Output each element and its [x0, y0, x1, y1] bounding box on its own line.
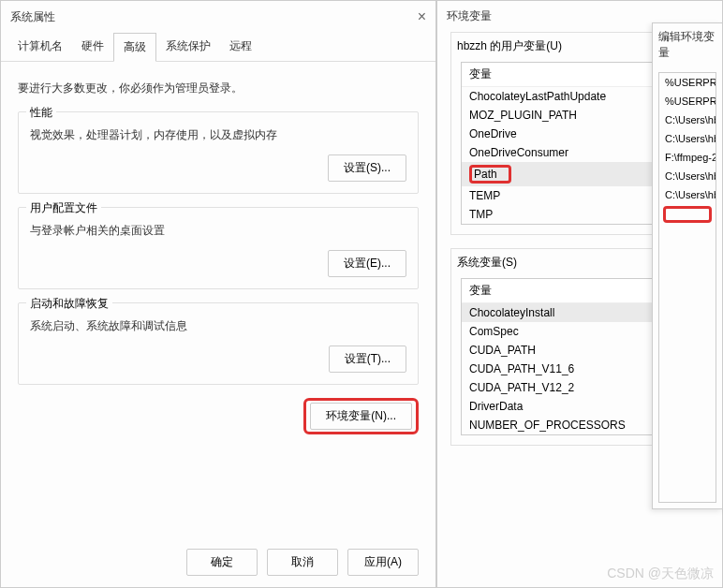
close-icon[interactable]: ×	[418, 8, 426, 25]
tab-content: 要进行大多数更改，你必须作为管理员登录。 性能 视觉效果，处理器计划，内存使用，…	[1, 62, 435, 448]
list-item[interactable]: C:\Users\hbz	[659, 110, 716, 129]
group-desc: 系统启动、系统故障和调试信息	[30, 318, 406, 334]
tab-computer-name[interactable]: 计算机名	[8, 33, 72, 61]
performance-group: 性能 视觉效果，处理器计划，内存使用，以及虚拟内存 设置(S)...	[18, 111, 419, 194]
path-entries-list[interactable]: %USERPROFI%USERPROFIC:\Users\hbzC:\Users…	[658, 72, 716, 503]
titlebar: 系统属性 ×	[1, 1, 435, 33]
highlight-icon: Path	[469, 165, 511, 184]
group-legend: 性能	[26, 105, 56, 121]
admin-note: 要进行大多数更改，你必须作为管理员登录。	[18, 81, 419, 96]
list-item[interactable]: %USERPROFI	[659, 73, 716, 92]
tab-advanced[interactable]: 高级	[113, 33, 156, 62]
apply-button[interactable]: 应用(A)	[347, 549, 419, 576]
list-item[interactable]: C:\Users\hbz	[659, 129, 716, 148]
system-properties-window: 系统属性 × 计算机名 硬件 高级 系统保护 远程 要进行大多数更改，你必须作为…	[0, 0, 436, 588]
performance-settings-button[interactable]: 设置(S)...	[328, 154, 406, 182]
window-title: 编辑环境变量	[658, 29, 716, 61]
startup-settings-button[interactable]: 设置(T)...	[329, 345, 406, 373]
window-title: 系统属性	[10, 9, 55, 25]
edit-environment-variable-window: 编辑环境变量 %USERPROFI%USERPROFIC:\Users\hbzC…	[652, 22, 723, 509]
profile-settings-button[interactable]: 设置(E)...	[328, 250, 406, 277]
highlight-icon: 环境变量(N)...	[303, 398, 419, 434]
dialog-footer: 确定 取消 应用(A)	[186, 549, 419, 576]
ok-button[interactable]: 确定	[186, 549, 258, 576]
window-title: 环境变量	[447, 8, 492, 24]
tab-system-protection[interactable]: 系统保护	[156, 33, 220, 61]
titlebar: 编辑环境变量	[653, 23, 722, 66]
startup-recovery-group: 启动和故障恢复 系统启动、系统故障和调试信息 设置(T)...	[18, 302, 419, 385]
cancel-button[interactable]: 取消	[267, 549, 338, 576]
list-item[interactable]: C:\Users\hbz	[659, 167, 716, 185]
user-profile-group: 用户配置文件 与登录帐户相关的桌面设置 设置(E)...	[18, 207, 419, 289]
tabs: 计算机名 硬件 高级 系统保护 远程	[1, 33, 435, 62]
group-legend: 用户配置文件	[26, 200, 101, 216]
tab-remote[interactable]: 远程	[220, 33, 261, 61]
environment-variables-button[interactable]: 环境变量(N)...	[310, 403, 412, 430]
list-item[interactable]: C:\Users\hbz	[659, 185, 716, 204]
group-desc: 与登录帐户相关的桌面设置	[30, 223, 406, 239]
list-item[interactable]: %USERPROFI	[659, 92, 716, 110]
col-variable[interactable]: 变量	[462, 63, 671, 87]
group-legend: 启动和故障恢复	[26, 296, 112, 312]
highlight-icon	[663, 206, 712, 223]
group-desc: 视觉效果，处理器计划，内存使用，以及虚拟内存	[30, 127, 406, 143]
tab-hardware[interactable]: 硬件	[72, 33, 113, 61]
list-item[interactable]: F:\ffmpeg-20	[659, 148, 716, 167]
col-variable[interactable]: 变量	[462, 279, 671, 303]
